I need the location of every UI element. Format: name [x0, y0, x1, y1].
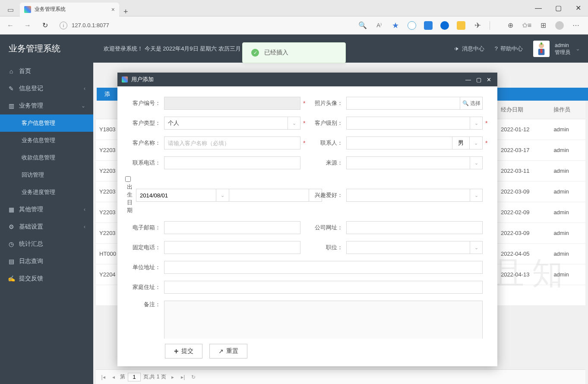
sidebar-label: 提交反馈: [19, 275, 43, 282]
extension-icon-5[interactable]: ✈: [473, 21, 482, 30]
pager-next-icon[interactable]: ▸: [169, 374, 177, 380]
input-cust-level[interactable]: [346, 117, 470, 130]
collections-icon[interactable]: ⊞: [539, 21, 547, 30]
pager-total: 页,共 1 页: [143, 373, 166, 381]
chevron-down-icon[interactable]: ⌄: [470, 136, 483, 149]
chevron-down-icon[interactable]: ⌄: [470, 156, 483, 169]
extension-icon-3[interactable]: [440, 21, 449, 30]
chevron-down-icon[interactable]: ⌄: [288, 117, 300, 130]
pager-first-icon[interactable]: |◂: [99, 374, 107, 380]
input-cust-type[interactable]: [164, 117, 288, 130]
input-source[interactable]: [346, 156, 470, 169]
extension-icon-2[interactable]: [424, 21, 433, 30]
pager-page-input[interactable]: [128, 373, 141, 381]
input-photo[interactable]: [346, 97, 460, 110]
sidebar-item-stats[interactable]: ◷统计汇总: [0, 235, 93, 253]
input-position[interactable]: [346, 241, 470, 254]
input-work-addr[interactable]: [164, 261, 483, 274]
tab-title: 业务管理系统: [35, 6, 66, 13]
tab-list-icon[interactable]: ▭: [3, 3, 17, 16]
dialog-header[interactable]: 用户添加 — ▢ ✕: [117, 73, 497, 86]
message-center-link[interactable]: 🕩 消息中心: [454, 45, 484, 53]
input-remark[interactable]: [164, 301, 483, 339]
sidebar-sub-payment[interactable]: 收款信息管理: [0, 149, 93, 166]
dialog-minimize-icon[interactable]: —: [464, 76, 473, 83]
chevron-down-icon[interactable]: ⌄: [470, 241, 483, 254]
sidebar-item-info-reg[interactable]: ✎信息登记‹: [0, 80, 93, 97]
input-hobby[interactable]: [346, 189, 470, 202]
extension-icon-1[interactable]: [408, 21, 416, 30]
window-close-icon[interactable]: ✕: [568, 0, 588, 16]
app-title: 业务管理系统: [0, 43, 93, 54]
chevron-down-icon[interactable]: ⌄: [216, 189, 229, 202]
nav-back-icon[interactable]: ←: [3, 19, 17, 32]
favorites-bar-icon[interactable]: ✩≡: [522, 21, 531, 30]
input-home-addr[interactable]: [164, 281, 483, 294]
label-remark: 备注：: [125, 301, 164, 308]
chevron-down-icon: ⌄: [81, 103, 85, 109]
user-name: admin: [555, 42, 570, 49]
sidebar-label: 回访管理: [22, 171, 44, 179]
sidebar-sub-business[interactable]: 业务信息管理: [0, 132, 93, 149]
submit-button[interactable]: +提交: [165, 344, 202, 359]
input-cust-name[interactable]: [164, 136, 300, 149]
sidebar-sub-visit[interactable]: 回访管理: [0, 166, 93, 184]
sidebar-label: 业务信息管理: [22, 136, 55, 144]
help-center-link[interactable]: ? 帮助中心: [495, 45, 523, 53]
label-cust-name: 客户名称：: [125, 139, 164, 147]
sidebar-item-home[interactable]: ⌂首页: [0, 63, 93, 80]
submit-label: 提交: [181, 347, 193, 355]
sidebar-label: 首页: [19, 67, 31, 75]
dialog-maximize-icon[interactable]: ▢: [474, 76, 483, 83]
sidebar-item-feedback[interactable]: ✍提交反馈: [0, 270, 93, 287]
window-minimize-icon[interactable]: —: [528, 0, 548, 16]
favorite-star-icon[interactable]: ★: [391, 21, 400, 30]
pager-last-icon[interactable]: ▸|: [179, 374, 187, 380]
divider: [490, 21, 498, 30]
extension-icon-4[interactable]: [457, 21, 465, 30]
profile-avatar-icon[interactable]: [555, 21, 564, 30]
input-gender[interactable]: [452, 136, 470, 149]
url-bar[interactable]: i 127.0.0.1:8077: [55, 19, 351, 32]
nav-refresh-icon[interactable]: ↻: [38, 19, 52, 32]
write-icon: ✍: [8, 275, 15, 282]
tab-close-icon[interactable]: ×: [111, 6, 115, 13]
birth-checkbox[interactable]: [125, 176, 131, 182]
search-icon[interactable]: 🔍: [358, 21, 367, 30]
window-maximize-icon[interactable]: ▢: [548, 0, 568, 16]
pager-prev-icon[interactable]: ◂: [110, 374, 117, 380]
sidebar-item-biz-mgmt[interactable]: ▥业务管理⌄: [0, 97, 93, 114]
label-cust-no: 客户编号：: [125, 99, 164, 107]
cell-date: 2022-03-09: [497, 181, 550, 202]
sidebar-item-basic[interactable]: ⚙基础设置‹: [0, 218, 93, 235]
label-contact: 联系人：: [307, 139, 346, 147]
photo-select-button[interactable]: 🔍选择: [460, 97, 483, 110]
sidebar-item-other[interactable]: ▦其他管理‹: [0, 201, 93, 218]
site-info-icon[interactable]: i: [60, 22, 67, 29]
extensions-menu-icon[interactable]: ⊕: [506, 21, 515, 30]
input-tel[interactable]: [164, 241, 300, 254]
browser-tab[interactable]: 业务管理系统 ×: [20, 3, 119, 16]
chevron-down-icon[interactable]: ⌄: [470, 117, 483, 130]
nav-forward-icon: →: [21, 19, 35, 32]
browser-menu-icon[interactable]: ⋯: [572, 21, 580, 30]
sidebar-sub-customer[interactable]: 客户信息管理: [0, 114, 93, 132]
dialog-close-icon[interactable]: ✕: [485, 76, 493, 83]
read-aloud-icon[interactable]: A⁾: [375, 21, 383, 30]
input-birth-date[interactable]: [136, 189, 216, 202]
reset-button[interactable]: ↗重置: [209, 344, 247, 359]
input-website[interactable]: [346, 221, 483, 234]
grid-icon: ▦: [8, 206, 15, 213]
input-email[interactable]: [164, 221, 300, 234]
sidebar-sub-progress[interactable]: 业务进度管理: [0, 184, 93, 201]
pager-refresh-icon[interactable]: ↻: [190, 374, 197, 380]
input-birth-time[interactable]: [229, 189, 309, 202]
reset-label: 重置: [226, 347, 238, 355]
sidebar-item-log[interactable]: ▤日志查询: [0, 253, 93, 270]
sidebar-label: 业务进度管理: [22, 188, 55, 196]
input-contact[interactable]: [346, 136, 452, 149]
input-phone[interactable]: [164, 156, 300, 169]
user-menu[interactable]: admin 管理员 ⌄: [533, 41, 580, 57]
chevron-down-icon[interactable]: ⌄: [470, 189, 483, 202]
new-tab-button[interactable]: +: [123, 7, 128, 16]
